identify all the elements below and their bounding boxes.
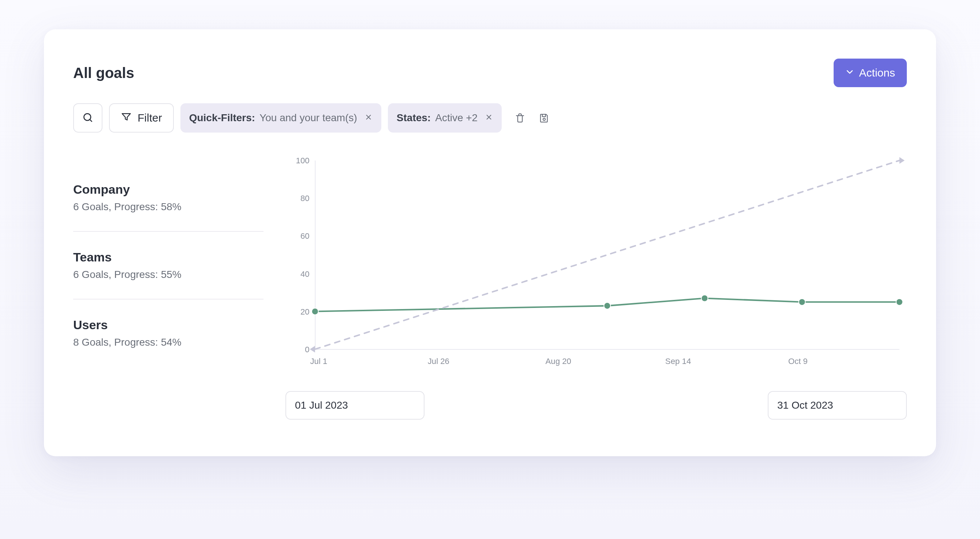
date-end-value: 31 Oct 2023 (777, 399, 833, 411)
svg-text:100: 100 (296, 156, 310, 165)
chip-label: States: (397, 112, 431, 124)
date-start-input[interactable]: 01 Jul 2023 (285, 391, 425, 419)
trash-icon[interactable] (514, 112, 526, 124)
svg-text:Oct 9: Oct 9 (788, 357, 808, 366)
save-icon[interactable] (538, 112, 550, 124)
svg-text:40: 40 (301, 270, 310, 279)
sidebar-item-subtitle: 6 Goals, Progress: 55% (73, 269, 264, 281)
sidebar-item-title: Teams (73, 250, 264, 265)
chip-value: You and your team(s) (259, 112, 357, 124)
filter-chip-states[interactable]: States: Active +2 (388, 103, 502, 132)
close-icon[interactable] (485, 112, 493, 124)
toolbar: Filter Quick-Filters: You and your team(… (73, 103, 907, 132)
close-icon[interactable] (364, 112, 372, 124)
goals-card: All goals Actions Filter Qu (44, 29, 936, 456)
svg-point-13 (312, 308, 318, 314)
actions-button[interactable]: Actions (834, 59, 907, 87)
chart-area: 020406080100Jul 1Jul 26Aug 20Sep 14Oct 9… (285, 153, 907, 419)
svg-point-15 (701, 295, 708, 301)
sidebar-item-subtitle: 8 Goals, Progress: 54% (73, 336, 264, 348)
header-row: All goals Actions (73, 59, 907, 87)
svg-text:Jul 1: Jul 1 (310, 357, 328, 366)
sidebar-item-subtitle: 6 Goals, Progress: 58% (73, 201, 264, 213)
filter-chip-quick-filters[interactable]: Quick-Filters: You and your team(s) (180, 103, 381, 132)
progress-chart: 020406080100Jul 1Jul 26Aug 20Sep 14Oct 9 (285, 153, 907, 375)
filter-label: Filter (138, 112, 162, 124)
svg-text:Jul 26: Jul 26 (428, 357, 449, 366)
search-icon (82, 112, 94, 124)
page-title: All goals (73, 65, 134, 81)
sidebar: Company 6 Goals, Progress: 58% Teams 6 G… (73, 153, 264, 419)
search-button[interactable] (73, 103, 102, 132)
filter-icon (121, 111, 132, 125)
chevron-down-icon (845, 67, 854, 79)
svg-text:Sep 14: Sep 14 (665, 357, 691, 366)
svg-text:0: 0 (305, 345, 309, 354)
svg-point-1 (543, 118, 545, 120)
chip-label: Quick-Filters: (189, 112, 255, 124)
actions-label: Actions (859, 67, 895, 79)
svg-point-16 (799, 299, 805, 305)
sidebar-item-teams[interactable]: Teams 6 Goals, Progress: 55% (73, 250, 264, 300)
sidebar-item-title: Users (73, 318, 264, 332)
date-range-row: 01 Jul 2023 31 Oct 2023 (285, 391, 907, 419)
content: Company 6 Goals, Progress: 58% Teams 6 G… (73, 153, 907, 419)
chip-value: Active +2 (435, 112, 477, 124)
filter-button[interactable]: Filter (109, 103, 174, 132)
date-end-input[interactable]: 31 Oct 2023 (768, 391, 907, 419)
svg-text:60: 60 (301, 231, 310, 241)
svg-point-17 (896, 299, 903, 305)
sidebar-item-title: Company (73, 182, 264, 197)
svg-text:Aug 20: Aug 20 (545, 357, 571, 366)
date-start-value: 01 Jul 2023 (295, 399, 348, 411)
svg-text:20: 20 (301, 307, 310, 316)
sidebar-item-company[interactable]: Company 6 Goals, Progress: 58% (73, 182, 264, 232)
svg-text:80: 80 (301, 194, 310, 203)
svg-point-14 (604, 303, 610, 309)
sidebar-item-users[interactable]: Users 8 Goals, Progress: 54% (73, 318, 264, 367)
